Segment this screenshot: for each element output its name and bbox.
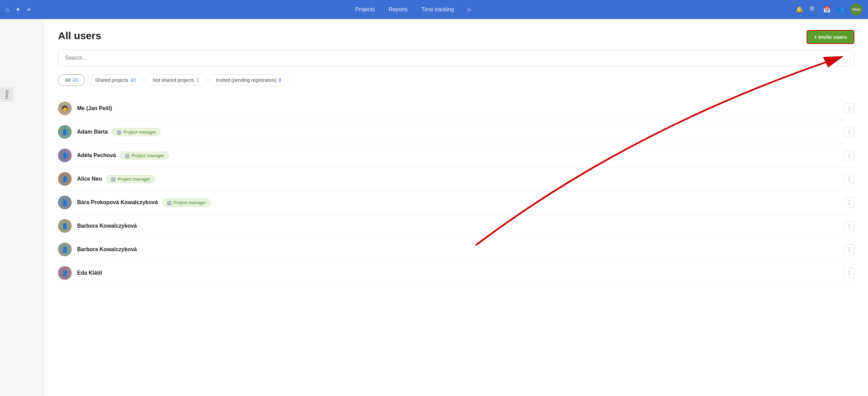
invite-users-button[interactable]: + Invite users — [807, 30, 854, 44]
user-name: Barbora Kowalczyková — [77, 246, 137, 253]
role-badge: 🏢 Project manager — [106, 175, 155, 183]
more-options-button[interactable]: ⋮ — [844, 103, 854, 113]
role-badge: 🏢 Project manager — [162, 199, 211, 207]
role-badge: 🏢 Project manager — [120, 152, 169, 159]
row-actions: ⋮ — [844, 127, 854, 137]
table-row: 👤 Bára Prokopová Kowalczyková 🏢 Project … — [58, 191, 854, 214]
more-options-button[interactable]: ⋮ — [844, 221, 854, 231]
row-actions: ⋮ — [844, 268, 854, 278]
user-list: 🧑 Me (Jan Pešl) ⋮ 👤 Adam Bárta 🏢 Project… — [58, 97, 854, 285]
table-row: 🧑 Me (Jan Pešl) ⋮ — [58, 97, 854, 120]
gear-icon[interactable]: ✦ — [15, 6, 20, 13]
avatar: 👤 — [58, 266, 72, 280]
sidebar-help[interactable]: Help — [0, 87, 13, 102]
plus-icon[interactable]: + — [27, 5, 31, 14]
nav-left: ⌂ ✦ + — [5, 5, 31, 14]
user-name: Barbora Kowalczyková — [77, 223, 137, 229]
nav-center: Projects Reports Time tracking ▷ — [31, 6, 796, 13]
filter-tabs: All 43 Shared projects 43 Not shared pro… — [58, 74, 854, 86]
role-label: Project manager — [118, 177, 150, 182]
search-icon[interactable]: 🔍 — [809, 6, 817, 13]
avatar: 👤 — [58, 172, 72, 186]
row-actions: ⋮ — [844, 103, 854, 113]
table-row: 👤 Eda Klátil ⋮ — [58, 261, 854, 285]
nav-time-tracking-link[interactable]: Time tracking — [421, 6, 454, 13]
role-icon: 🏢 — [125, 153, 130, 158]
nav-reports-link[interactable]: Reports — [389, 6, 408, 13]
filter-invited-count: 8 — [278, 77, 281, 83]
avatar: 👤 — [58, 149, 72, 162]
user-name: Alice Neu — [77, 176, 102, 182]
avatar: 👤 — [58, 125, 72, 139]
search-input[interactable] — [65, 55, 847, 61]
role-badge: 🏢 Project manager — [112, 128, 160, 136]
filter-tab-invited[interactable]: Invited (pending registration) 8 — [209, 74, 288, 86]
more-options-button[interactable]: ⋮ — [844, 244, 854, 255]
table-row: 👤 Alice Neu 🏢 Project manager ⋮ — [58, 167, 854, 191]
user-name: Eda Klátil — [77, 270, 102, 276]
more-options-button[interactable]: ⋮ — [844, 268, 854, 278]
avatar: 🧑 — [58, 102, 72, 115]
table-row: 👤 Barbora Kowalczyková ⋮ — [58, 238, 854, 261]
more-options-button[interactable]: ⋮ — [844, 174, 854, 184]
avatar: 👤 — [58, 219, 72, 233]
role-icon: 🏢 — [116, 130, 122, 135]
avatar: 👤 — [58, 243, 72, 256]
bell-icon[interactable]: 🔔 — [796, 6, 803, 13]
role-icon: 🏢 — [111, 177, 116, 182]
more-options-button[interactable]: ⋮ — [844, 127, 854, 137]
filter-tab-not-shared[interactable]: Not shared projects 0 — [146, 74, 206, 86]
play-icon[interactable]: ▷ — [468, 7, 472, 12]
home-icon[interactable]: ⌂ — [5, 6, 9, 13]
user-name: Adam Bárta — [77, 129, 108, 135]
filter-invited-label: Invited (pending registration) — [216, 77, 276, 83]
filter-tab-all[interactable]: All 43 — [58, 74, 85, 86]
top-navigation: ⌂ ✦ + Projects Reports Time tracking ▷ 🔔… — [0, 0, 868, 19]
row-actions: ⋮ — [844, 150, 854, 161]
filter-all-count: 43 — [73, 77, 78, 83]
user-avatar-trial[interactable]: TRIAL — [850, 3, 863, 16]
page-title: All users — [58, 30, 854, 42]
more-options-button[interactable]: ⋮ — [844, 197, 854, 208]
nav-right: 🔔 🔍 📅 👥 TRIAL — [796, 3, 863, 16]
role-label: Project manager — [132, 153, 164, 158]
filter-shared-label: Shared projects — [95, 77, 128, 83]
avatar: 👤 — [58, 196, 72, 209]
main-content: All users + Invite users All 43 Shared p… — [44, 19, 868, 396]
user-name: Bára Prokopová Kowalczyková — [77, 199, 158, 205]
table-row: 👤 Adam Bárta 🏢 Project manager ⋮ — [58, 120, 854, 144]
user-name: Adéla Pechová — [77, 152, 116, 158]
filter-not-shared-count: 0 — [196, 77, 199, 83]
role-label: Project manager — [124, 130, 156, 135]
filter-not-shared-label: Not shared projects — [153, 77, 194, 83]
users-icon[interactable]: 👥 — [837, 6, 844, 13]
table-row: 👤 Adéla Pechová 🏢 Project manager ⋮ — [58, 144, 854, 167]
sidebar: Help — [0, 19, 44, 396]
calendar-icon[interactable]: 📅 — [823, 6, 830, 13]
more-options-button[interactable]: ⋮ — [844, 150, 854, 161]
user-name: Me (Jan Pešl) — [77, 105, 112, 111]
row-actions: ⋮ — [844, 174, 854, 184]
filter-all-label: All — [65, 77, 71, 83]
row-actions: ⋮ — [844, 197, 854, 208]
role-icon: 🏢 — [167, 200, 172, 205]
search-container — [58, 50, 854, 66]
filter-tab-shared[interactable]: Shared projects 43 — [88, 74, 143, 86]
role-label: Project manager — [174, 200, 206, 205]
row-actions: ⋮ — [844, 221, 854, 231]
filter-shared-count: 43 — [130, 77, 136, 83]
nav-projects-link[interactable]: Projects — [355, 6, 375, 13]
table-row: 👤 Barbora Kowalczyková ⋮ — [58, 214, 854, 238]
row-actions: ⋮ — [844, 244, 854, 255]
